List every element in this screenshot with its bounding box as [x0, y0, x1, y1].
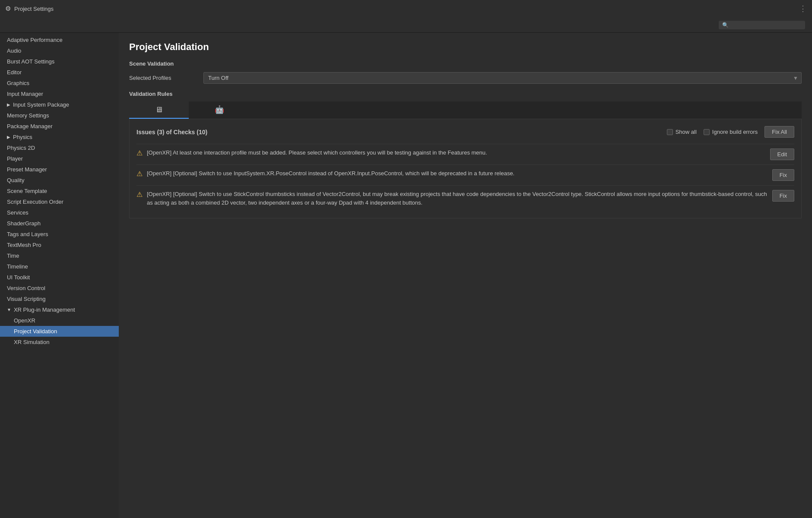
sidebar-item-label: Physics	[13, 134, 32, 140]
sidebar-item-label: Project Validation	[14, 328, 57, 335]
ignore-build-errors-text: Ignore build errors	[712, 129, 758, 135]
sidebar-item-label: Preset Manager	[7, 166, 47, 173]
fix-button-1[interactable]: Fix	[772, 169, 794, 181]
sidebar-item-timeline[interactable]: Timeline	[0, 261, 119, 272]
sidebar-item-label: Graphics	[7, 80, 29, 86]
sidebar-item-audio[interactable]: Audio	[0, 45, 119, 56]
sidebar-item-label: ShaderGraph	[7, 220, 41, 227]
sidebar-item-label: Scene Template	[7, 188, 47, 194]
issue-row-2: ⚠[OpenXR] [Optional] Switch to use Stick…	[136, 185, 794, 211]
sidebar-item-label: UI Toolkit	[7, 274, 30, 281]
title-bar: ⚙ Project Settings ⋮	[0, 0, 812, 17]
issues-title: Issues (3) of Checks (10)	[136, 129, 660, 136]
gear-icon: ⚙	[5, 5, 11, 13]
issue-text: [OpenXR] [Optional] Switch to use StickC…	[147, 190, 768, 207]
sidebar-item-project-validation[interactable]: Project Validation	[0, 326, 119, 337]
fix-button-2[interactable]: Fix	[772, 190, 794, 202]
sidebar-item-package-manager[interactable]: Package Manager	[0, 121, 119, 132]
sidebar-item-openxr[interactable]: OpenXR	[0, 315, 119, 326]
tab-desktop[interactable]: 🖥	[129, 101, 189, 119]
sidebar-item-label: XR Plug-in Management	[14, 306, 75, 313]
chevron-icon: ▼	[7, 307, 11, 312]
sidebar-item-textmesh-pro[interactable]: TextMesh Pro	[0, 240, 119, 250]
sidebar-item-label: XR Simulation	[14, 339, 49, 345]
search-wrapper: 🔍	[719, 21, 805, 29]
issues-header: Issues (3) of Checks (10) Show all Ignor…	[136, 126, 794, 138]
sidebar-item-label: Package Manager	[7, 123, 53, 130]
window-title: Project Settings	[14, 6, 54, 12]
selected-profiles-dropdown-wrapper: Turn OffCustom Profile ▼	[203, 72, 802, 84]
sidebar-item-label: Memory Settings	[7, 112, 49, 119]
sidebar-item-label: Audio	[7, 47, 21, 54]
warning-icon: ⚠	[136, 170, 143, 178]
show-all-text: Show all	[676, 129, 697, 135]
sidebar-item-shadergraph[interactable]: ShaderGraph	[0, 218, 119, 229]
sidebar-item-label: Input Manager	[7, 91, 43, 97]
sidebar-item-label: Physics 2D	[7, 145, 35, 151]
warning-icon: ⚠	[136, 190, 143, 199]
sidebar-item-label: Services	[7, 209, 29, 216]
sidebar-item-memory-settings[interactable]: Memory Settings	[0, 110, 119, 121]
sidebar-item-input-system-package[interactable]: ▶Input System Package	[0, 99, 119, 110]
sidebar-item-xr-plug-in-management[interactable]: ▼XR Plug-in Management	[0, 304, 119, 315]
issues-panel: Issues (3) of Checks (10) Show all Ignor…	[129, 119, 802, 218]
sidebar-item-script-execution-order[interactable]: Script Execution Order	[0, 196, 119, 207]
sidebar-item-label: Timeline	[7, 263, 28, 270]
issue-text: [OpenXR] At least one interaction profil…	[147, 148, 766, 157]
sidebar-item-label: Burst AOT Settings	[7, 58, 54, 65]
sidebar-item-visual-scripting[interactable]: Visual Scripting	[0, 294, 119, 304]
more-options-icon[interactable]: ⋮	[799, 4, 807, 13]
sidebar-item-physics[interactable]: ▶Physics	[0, 132, 119, 142]
sidebar-item-adaptive-performance[interactable]: Adaptive Performance	[0, 35, 119, 45]
sidebar-item-label: Editor	[7, 69, 22, 76]
tab-bar: 🖥 🤖	[129, 101, 802, 119]
sidebar-item-label: Tags and Layers	[7, 231, 48, 237]
sidebar-item-graphics[interactable]: Graphics	[0, 78, 119, 88]
sidebar: Adaptive PerformanceAudioBurst AOT Setti…	[0, 33, 119, 518]
warning-icon: ⚠	[136, 149, 143, 157]
issue-row-0: ⚠[OpenXR] At least one interaction profi…	[136, 144, 794, 164]
sidebar-item-input-manager[interactable]: Input Manager	[0, 88, 119, 99]
sidebar-item-label: Quality	[7, 177, 24, 183]
sidebar-item-scene-template[interactable]: Scene Template	[0, 186, 119, 196]
sidebar-item-label: Adaptive Performance	[7, 37, 63, 43]
sidebar-item-player[interactable]: Player	[0, 153, 119, 164]
fix-all-button[interactable]: Fix All	[764, 126, 794, 138]
sidebar-item-xr-simulation[interactable]: XR Simulation	[0, 337, 119, 347]
selected-profiles-row: Selected Profiles Turn OffCustom Profile…	[129, 72, 802, 84]
sidebar-item-preset-manager[interactable]: Preset Manager	[0, 164, 119, 175]
issue-row-1: ⚠[OpenXR] [Optional] Switch to use Input…	[136, 164, 794, 185]
issues-list: ⚠[OpenXR] At least one interaction profi…	[136, 144, 794, 211]
validation-rules-section-label: Validation Rules	[129, 91, 802, 97]
sidebar-item-version-control[interactable]: Version Control	[0, 283, 119, 294]
show-all-label[interactable]: Show all	[667, 129, 697, 135]
right-panel: Project Validation Scene Validation Sele…	[119, 33, 812, 518]
sidebar-item-label: Player	[7, 155, 23, 162]
edit-button-0[interactable]: Edit	[770, 148, 794, 160]
sidebar-item-label: Input System Package	[13, 101, 69, 108]
sidebar-item-physics-2d[interactable]: Physics 2D	[0, 142, 119, 153]
sidebar-item-ui-toolkit[interactable]: UI Toolkit	[0, 272, 119, 283]
sidebar-item-editor[interactable]: Editor	[0, 67, 119, 78]
search-bar-area: 🔍	[0, 17, 812, 33]
scene-validation-section-label: Scene Validation	[129, 60, 802, 67]
tab-android[interactable]: 🤖	[189, 101, 250, 119]
title-bar-left: ⚙ Project Settings	[5, 5, 54, 13]
selected-profiles-dropdown[interactable]: Turn OffCustom Profile	[203, 72, 802, 84]
sidebar-item-burst-aot-settings[interactable]: Burst AOT Settings	[0, 56, 119, 67]
page-title: Project Validation	[129, 41, 802, 53]
sidebar-item-quality[interactable]: Quality	[0, 175, 119, 186]
ignore-build-errors-checkbox[interactable]	[704, 129, 710, 135]
issue-text: [OpenXR] [Optional] Switch to use InputS…	[147, 169, 768, 178]
main-content: Adaptive PerformanceAudioBurst AOT Setti…	[0, 33, 812, 518]
sidebar-item-services[interactable]: Services	[0, 207, 119, 218]
ignore-build-errors-label[interactable]: Ignore build errors	[704, 129, 758, 135]
sidebar-item-time[interactable]: Time	[0, 250, 119, 261]
show-all-checkbox[interactable]	[667, 129, 673, 135]
chevron-icon: ▶	[7, 135, 10, 139]
selected-profiles-label: Selected Profiles	[129, 75, 198, 81]
search-input[interactable]	[731, 22, 802, 28]
sidebar-item-label: OpenXR	[14, 317, 35, 324]
sidebar-item-label: Time	[7, 253, 19, 259]
sidebar-item-tags-and-layers[interactable]: Tags and Layers	[0, 229, 119, 240]
